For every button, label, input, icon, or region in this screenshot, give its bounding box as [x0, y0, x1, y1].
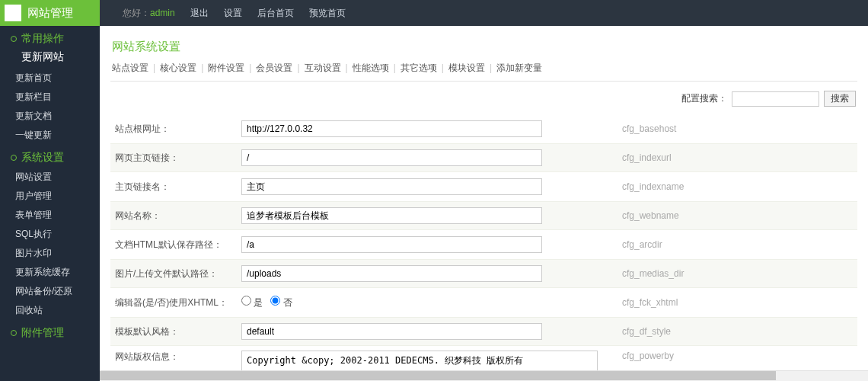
config-input[interactable] [241, 149, 542, 166]
tab-separator: | [292, 62, 304, 73]
config-search-row: 配置搜索： 搜索 [110, 86, 857, 114]
config-row: 网页主页链接：cfg_indexurl [110, 143, 857, 172]
config-row: 模板默认风格：cfg_df_style [110, 317, 857, 346]
config-key: cfg_indexurl [614, 152, 856, 163]
topbar-link[interactable]: 后台首页 [257, 8, 294, 18]
config-field [241, 120, 614, 137]
config-field [241, 265, 614, 282]
config-label: 图片/上传文件默认路径： [112, 267, 241, 280]
sidebar-group-title[interactable]: 附件管理 [0, 320, 100, 343]
sidebar-item[interactable]: 表单管理 [0, 206, 100, 225]
config-search-label: 配置搜索： [681, 92, 727, 105]
sidebar-item[interactable]: 更新系统缓存 [0, 263, 100, 282]
sidebar-item[interactable]: 更新栏目 [0, 88, 100, 107]
config-row: 图片/上传文件默认路径：cfg_medias_dir [110, 259, 857, 288]
settings-tab[interactable]: 性能选项 [353, 62, 389, 73]
tab-separator: | [437, 62, 448, 73]
config-field [241, 149, 614, 166]
config-key: cfg_df_style [614, 326, 856, 337]
config-field [241, 351, 614, 370]
config-input[interactable] [241, 178, 542, 195]
sidebar-item[interactable]: 用户管理 [0, 187, 100, 206]
config-row: 主页链接名：cfg_indexname [110, 172, 857, 201]
radio-input[interactable] [270, 296, 280, 306]
config-key: cfg_medias_dir [614, 268, 856, 279]
config-field [241, 236, 614, 253]
page-title: 网站系统设置 [110, 37, 857, 62]
config-input[interactable] [241, 207, 542, 224]
radio-option[interactable]: 是 [241, 297, 263, 308]
settings-tab[interactable]: 站点设置 [112, 62, 148, 73]
sidebar-group-title[interactable]: 常用操作 [0, 26, 100, 49]
config-textarea[interactable] [241, 351, 598, 370]
tab-separator: | [389, 62, 400, 73]
sidebar-item[interactable]: 更新文档 [0, 107, 100, 126]
settings-tab[interactable]: 模块设置 [448, 62, 485, 73]
radio-input[interactable] [241, 296, 251, 306]
current-user: admin [150, 8, 175, 18]
sidebar-group-title[interactable]: 系统设置 [0, 145, 100, 168]
config-field: 是 否 [241, 296, 614, 309]
radio-option[interactable]: 否 [270, 297, 292, 308]
sidebar-item[interactable]: 更新首页 [0, 69, 100, 88]
tab-separator: | [148, 62, 160, 73]
config-label: 网站版权信息： [112, 351, 241, 363]
topbar-link[interactable]: 预览首页 [309, 8, 346, 18]
config-input[interactable] [241, 265, 542, 282]
config-label: 模板默认风格： [112, 325, 241, 338]
sidebar-item[interactable]: 图片水印 [0, 244, 100, 263]
sidebar-item[interactable]: 网站备份/还原 [0, 282, 100, 301]
config-label: 编辑器(是/否)使用XHTML： [112, 296, 241, 309]
sidebar-item[interactable]: 回收站 [0, 301, 100, 320]
config-row: 网站版权信息：cfg_powerby [110, 346, 857, 370]
horizontal-scrollbar[interactable] [100, 370, 868, 381]
topbar: 您好：admin 退出设置后台首页预览首页 [100, 0, 868, 26]
sidebar-item[interactable]: SQL执行 [0, 225, 100, 244]
config-key: cfg_fck_xhtml [614, 297, 856, 308]
config-field [241, 178, 614, 195]
tabs-bar: 站点设置|核心设置|附件设置|会员设置|互动设置|性能选项|其它选项|模块设置|… [110, 62, 857, 82]
settings-tab[interactable]: 会员设置 [256, 62, 292, 73]
sidebar-item[interactable]: 网站设置 [0, 168, 100, 187]
sidebar-title: 网站管理 [27, 6, 73, 21]
scrollbar-thumb[interactable] [100, 371, 776, 380]
config-row: 网站名称：cfg_webname [110, 201, 857, 230]
topbar-link[interactable]: 退出 [190, 8, 209, 18]
sidebar-item[interactable]: 一键更新 [0, 126, 100, 145]
config-label: 文档HTML默认保存路径： [112, 239, 241, 251]
sidebar: 网站管理 常用操作更新网站更新首页更新栏目更新文档一键更新系统设置网站设置用户管… [0, 0, 100, 381]
sidebar-header: 网站管理 [0, 0, 100, 26]
config-key: cfg_basehost [614, 123, 856, 134]
config-input[interactable] [241, 120, 542, 137]
config-key: cfg_indexname [614, 181, 856, 192]
config-row: 编辑器(是/否)使用XHTML： 是 否cfg_fck_xhtml [110, 288, 857, 317]
avatar-icon [5, 5, 21, 21]
settings-tab[interactable]: 添加新变量 [496, 62, 542, 73]
content-area: 网站系统设置 站点设置|核心设置|附件设置|会员设置|互动设置|性能选项|其它选… [100, 26, 868, 370]
tab-separator: | [485, 62, 496, 73]
config-label: 网站名称： [112, 210, 241, 223]
sidebar-item[interactable]: 更新网站 [0, 49, 100, 69]
config-field [241, 207, 614, 224]
config-label: 站点根网址： [112, 123, 241, 136]
config-label: 网页主页链接： [112, 152, 241, 165]
tab-separator: | [341, 62, 353, 73]
config-key: cfg_arcdir [614, 239, 856, 250]
settings-tab[interactable]: 其它选项 [400, 62, 437, 73]
config-row: 文档HTML默认保存路径：cfg_arcdir [110, 230, 857, 259]
settings-tab[interactable]: 互动设置 [305, 62, 341, 73]
config-input[interactable] [241, 236, 542, 253]
settings-tab[interactable]: 附件设置 [208, 62, 244, 73]
topbar-link[interactable]: 设置 [224, 8, 242, 18]
config-search-input[interactable] [732, 91, 819, 107]
topbar-greeting: 您好：admin [123, 7, 175, 20]
config-field [241, 323, 614, 340]
tab-separator: | [196, 62, 208, 73]
tab-separator: | [244, 62, 256, 73]
config-key: cfg_powerby [614, 351, 856, 361]
config-search-button[interactable]: 搜索 [824, 91, 856, 107]
settings-tab[interactable]: 核心设置 [160, 62, 196, 73]
config-row: 站点根网址：cfg_basehost [110, 114, 857, 143]
config-input[interactable] [241, 323, 542, 340]
config-label: 主页链接名： [112, 181, 241, 194]
